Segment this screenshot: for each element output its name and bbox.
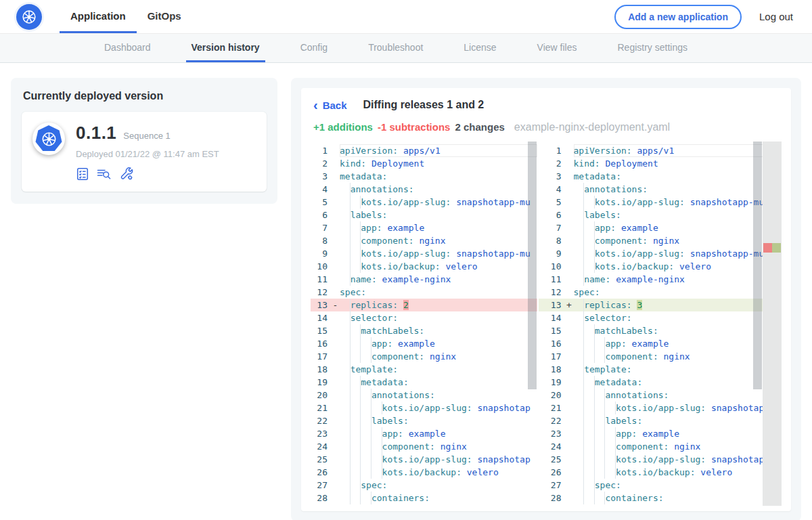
code-line-6: 6labels: xyxy=(311,209,537,221)
preflight-checks-icon[interactable] xyxy=(76,167,89,181)
indent-guide xyxy=(574,440,585,453)
subtractions-count: -1 subtractions xyxy=(378,121,451,133)
indent-guide xyxy=(340,234,351,247)
subnav-item-version-history[interactable]: Version history xyxy=(186,34,265,62)
version-actions xyxy=(76,167,219,181)
indent-guide xyxy=(340,247,351,260)
code-text: labels: xyxy=(340,209,537,221)
indent-guide xyxy=(574,311,585,324)
code-line-14: 14selector: xyxy=(311,311,537,324)
code-line-16: 16app: example xyxy=(539,337,782,350)
code-line-23: 23app: example xyxy=(311,427,537,440)
indent-guide xyxy=(340,337,351,350)
line-number: 28 xyxy=(545,492,565,504)
diff-pane-modified: 1apiVersion: apps/v12kind: Deployment3me… xyxy=(539,142,782,506)
diff-sign xyxy=(331,170,340,183)
indent-guide xyxy=(605,402,616,414)
code-line-9: 9kots.io/app-slug: snapshotapp-mu xyxy=(311,247,537,260)
logout-button[interactable]: Log out xyxy=(759,11,793,22)
main-content: Currently deployed version xyxy=(0,63,812,520)
code-text: annotations: xyxy=(574,183,782,196)
diff-sign xyxy=(331,183,340,196)
overview-ruler[interactable] xyxy=(763,142,782,506)
indent-guide xyxy=(351,337,361,350)
indent-guide xyxy=(351,492,361,504)
indent-guide xyxy=(351,466,361,479)
subnav-item-view-files[interactable]: View files xyxy=(532,34,583,62)
indent-guide xyxy=(605,453,616,466)
diff-sign xyxy=(565,209,574,221)
indent-guide xyxy=(340,402,351,414)
code-line-24: 24component: nginx xyxy=(539,440,782,453)
line-number: 10 xyxy=(545,260,565,273)
app-subnav: DashboardVersion historyConfigTroublesho… xyxy=(0,33,812,63)
line-number: 8 xyxy=(545,234,565,247)
indent-guide xyxy=(351,414,361,427)
indent-guide xyxy=(340,363,351,376)
diff-header: ‹ Back Diffing releases 1 and 2 xyxy=(311,96,782,111)
code-text: apiVersion: apps/v1 xyxy=(340,144,537,157)
indent-guide xyxy=(351,324,361,337)
subnav-item-license[interactable]: License xyxy=(458,34,501,62)
indent-guide xyxy=(351,479,361,492)
code-line-4: 4annotations: xyxy=(539,183,782,196)
diff-sign: + xyxy=(565,299,574,311)
diff-title: Diffing releases 1 and 2 xyxy=(363,99,484,111)
code-text: annotations: xyxy=(574,389,782,402)
line-number: 3 xyxy=(311,170,331,183)
indent-guide xyxy=(340,350,351,363)
indent-guide xyxy=(574,389,585,402)
back-link[interactable]: ‹ Back xyxy=(313,100,347,111)
code-text: selector: xyxy=(340,311,537,324)
indent-guide xyxy=(595,414,606,427)
indent-guide xyxy=(595,389,606,402)
diff-sign xyxy=(331,376,340,389)
indent-guide xyxy=(584,466,595,479)
line-number: 28 xyxy=(311,492,331,504)
code-text: spec: xyxy=(340,286,537,299)
code-line-21: 21kots.io/app-slug: snapshotap xyxy=(311,402,537,414)
code-text: metadata: xyxy=(574,170,782,183)
diff-sign xyxy=(331,389,340,402)
indent-guide xyxy=(574,427,585,440)
line-number: 4 xyxy=(311,183,331,196)
scrollbar-thumb[interactable] xyxy=(528,142,537,389)
indent-guide xyxy=(351,389,361,402)
subnav-item-dashboard[interactable]: Dashboard xyxy=(99,34,156,62)
indent-guide xyxy=(351,440,361,453)
scrollbar-thumb[interactable] xyxy=(753,142,762,389)
code-line-23: 23app: example xyxy=(539,427,782,440)
diff-sign xyxy=(565,350,574,363)
line-number: 25 xyxy=(311,453,331,466)
view-logs-icon[interactable] xyxy=(97,167,112,181)
add-application-button[interactable]: Add a new application xyxy=(614,5,742,29)
tab-application[interactable]: Application xyxy=(60,0,137,33)
diff-sign xyxy=(331,402,340,414)
indent-guide xyxy=(340,466,351,479)
indent-guide xyxy=(584,221,595,234)
edit-config-icon[interactable] xyxy=(119,167,134,181)
line-number: 14 xyxy=(311,311,331,324)
line-number: 1 xyxy=(545,144,565,157)
line-number: 24 xyxy=(311,440,331,453)
line-number: 7 xyxy=(545,221,565,234)
line-number: 9 xyxy=(311,247,331,260)
tab-gitops[interactable]: GitOps xyxy=(137,0,192,33)
line-number: 18 xyxy=(311,363,331,376)
subnav-item-config[interactable]: Config xyxy=(295,34,333,62)
indent-guide xyxy=(574,376,585,389)
indent-guide xyxy=(574,350,585,363)
diff-sign xyxy=(331,427,340,440)
indent-guide xyxy=(371,427,382,440)
code-line-19: 19metadata: xyxy=(311,376,537,389)
code-line-13: 13-replicas: 2 xyxy=(311,299,537,311)
diff-sign xyxy=(331,466,340,479)
indent-guide xyxy=(605,427,616,440)
indent-guide xyxy=(595,466,606,479)
subnav-item-registry-settings[interactable]: Registry settings xyxy=(612,34,692,62)
app-icon-badge xyxy=(32,123,65,155)
changes-count: 2 changes xyxy=(455,121,504,133)
code-text: containers: xyxy=(340,492,537,504)
subnav-item-troubleshoot[interactable]: Troubleshoot xyxy=(363,34,428,62)
kubernetes-logo[interactable] xyxy=(16,4,42,30)
